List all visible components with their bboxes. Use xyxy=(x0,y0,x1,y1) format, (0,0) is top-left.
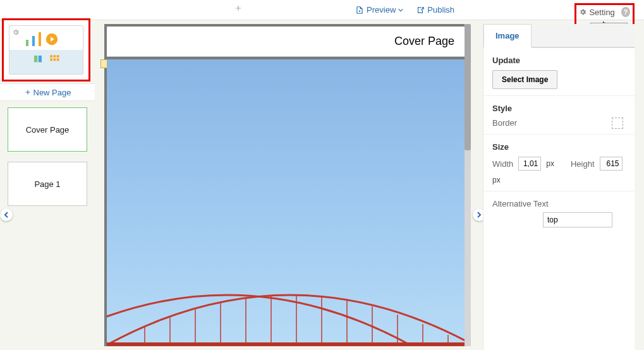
section-style: Style Border xyxy=(483,96,635,135)
alt-heading: Alternative Text xyxy=(492,199,626,208)
new-page-label: New Page xyxy=(33,88,71,97)
tab-image-label: Image xyxy=(495,31,519,40)
canvas-image[interactable] xyxy=(107,59,467,346)
section-size: Size Width px Height px xyxy=(483,135,635,191)
left-sidebar: New Page Cover Page Page 1 xyxy=(0,20,95,350)
canvas-title: Cover Page xyxy=(394,35,454,48)
publish-icon xyxy=(416,6,425,15)
select-image-button[interactable]: Select Image xyxy=(492,70,557,89)
svg-rect-6 xyxy=(54,59,56,61)
plus-icon xyxy=(234,4,243,13)
properties-tabs: Image xyxy=(483,24,635,48)
new-page-button[interactable]: New Page xyxy=(0,83,95,101)
plus-icon xyxy=(24,88,32,96)
chevron-right-icon xyxy=(476,212,482,218)
play-circle-icon xyxy=(45,32,59,46)
gear-icon[interactable] xyxy=(579,8,586,16)
size-heading: Size xyxy=(492,142,626,152)
bridge-graphic xyxy=(107,283,467,346)
chevron-down-icon xyxy=(398,8,403,13)
svg-rect-5 xyxy=(50,59,52,61)
publish-label: Publish xyxy=(427,5,454,15)
border-label: Border xyxy=(492,118,626,128)
canvas-title-bar: Cover Page xyxy=(107,27,467,57)
height-unit: px xyxy=(492,176,501,184)
height-label: Height xyxy=(571,159,595,169)
section-update: Update Select Image xyxy=(483,48,635,96)
widget-chart-icon xyxy=(26,32,59,46)
publish-button[interactable]: Publish xyxy=(416,5,454,15)
page-thumb-label: Cover Page xyxy=(26,125,70,135)
page-thumbnails: Cover Page Page 1 xyxy=(0,101,95,212)
page-thumb-cover[interactable]: Cover Page xyxy=(8,107,87,152)
svg-rect-7 xyxy=(57,59,59,61)
width-label: Width xyxy=(492,159,513,169)
border-swatch[interactable] xyxy=(612,118,623,129)
svg-rect-3 xyxy=(54,55,56,57)
collapse-left-button[interactable] xyxy=(0,208,13,221)
height-input[interactable] xyxy=(600,157,623,171)
top-toolbar: Preview Publish xyxy=(0,0,644,20)
section-alt-text: Alternative Text xyxy=(483,191,635,234)
update-heading: Update xyxy=(492,56,626,65)
width-input[interactable] xyxy=(518,157,541,171)
svg-rect-4 xyxy=(57,55,59,57)
preview-icon xyxy=(355,6,364,15)
style-heading: Style xyxy=(492,104,626,113)
widget-palette-highlight xyxy=(2,18,90,81)
tab-image[interactable]: Image xyxy=(483,24,532,48)
page-thumb-label: Page 1 xyxy=(34,179,60,189)
properties-panel: Image Update Select Image Style Border S… xyxy=(483,24,635,350)
gear-icon xyxy=(12,28,20,36)
book-icon xyxy=(32,54,44,65)
add-page-plus[interactable] xyxy=(234,4,243,15)
svg-point-0 xyxy=(359,10,360,11)
svg-rect-2 xyxy=(50,55,52,57)
alt-text-input[interactable] xyxy=(543,212,612,227)
preview-label: Preview xyxy=(367,5,396,15)
width-unit: px xyxy=(546,159,554,168)
tab-spacer xyxy=(532,24,635,47)
grid-icon xyxy=(49,54,60,65)
chevron-left-icon xyxy=(3,212,9,218)
help-icon[interactable]: ? xyxy=(621,7,630,17)
vertical-scrollbar[interactable] xyxy=(465,24,471,346)
scrollbar-thumb[interactable] xyxy=(465,24,471,150)
page-thumb-1[interactable]: Page 1 xyxy=(8,162,87,206)
widget-palette[interactable] xyxy=(9,25,83,75)
canvas-area[interactable]: Cover Page xyxy=(104,24,471,346)
setting-label[interactable]: Setting xyxy=(589,8,614,17)
svg-rect-8 xyxy=(107,342,467,346)
preview-button[interactable]: Preview xyxy=(355,5,403,15)
